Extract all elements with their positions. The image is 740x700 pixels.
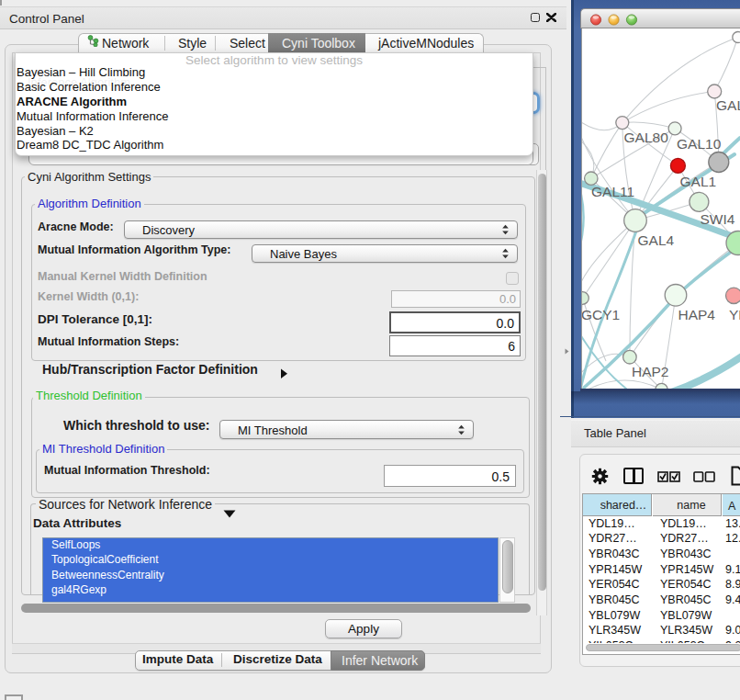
svg-text:YE: YE <box>729 307 740 322</box>
svg-text:GAL10: GAL10 <box>677 136 722 152</box>
svg-text:GCY1: GCY1 <box>582 307 620 322</box>
svg-text:GAL11: GAL11 <box>591 184 634 199</box>
svg-text:HAP4: HAP4 <box>678 307 716 322</box>
svg-text:GAL80: GAL80 <box>624 130 669 145</box>
svg-text:GAL1: GAL1 <box>680 174 717 189</box>
svg-text:GAL4: GAL4 <box>638 232 675 248</box>
svg-text:HAP2: HAP2 <box>632 364 669 379</box>
svg-text:GAL2: GAL2 <box>716 97 740 113</box>
svg-text:SWI4: SWI4 <box>701 211 735 227</box>
